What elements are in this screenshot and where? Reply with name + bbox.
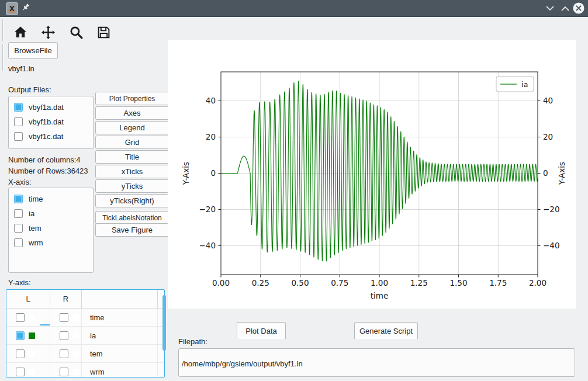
x-tick-label: 0.00 [212, 278, 230, 288]
yaxis-row-name: tem [90, 349, 103, 358]
prop-button-legend[interactable]: Legend [95, 121, 169, 134]
app-icon: X [6, 2, 18, 15]
yaxis-right-checkbox-wrm[interactable] [60, 368, 68, 376]
prop-button-title[interactable]: Title [95, 150, 169, 164]
yaxis-left-checkbox-wrm[interactable] [16, 368, 25, 376]
rows-info: Number of Rows:36423 [8, 167, 88, 175]
prop-button-plot-properties[interactable]: Plot Properties [95, 92, 169, 105]
yaxis-right-swatch-ia [72, 332, 79, 339]
yaxis-right-checkbox-time[interactable] [60, 313, 68, 322]
yaxis-right-swatch-time [72, 314, 79, 321]
yaxis-right-swatch-tem [72, 351, 79, 357]
yaxis-table-header: LR [6, 290, 164, 309]
pan-move-button[interactable] [40, 24, 56, 40]
xaxis-label: X-axis: [8, 178, 32, 186]
yaxis-left-swatch-wrm [29, 369, 35, 375]
current-cell-indicator [40, 324, 50, 325]
close-button[interactable] [572, 1, 586, 15]
zoom-magnifier-button[interactable] [68, 24, 84, 40]
home-button[interactable] [12, 24, 29, 40]
y-tick-label-right: 20 [543, 132, 553, 141]
output-file-checkbox-vbyf1a.dat[interactable] [14, 103, 23, 112]
prop-button-yticks[interactable]: yTicks [95, 179, 169, 193]
plot-data-button[interactable]: Plot Data [237, 322, 286, 339]
save-figure-toolbar-button[interactable] [95, 24, 112, 40]
legend-label: ia [521, 80, 528, 89]
y-tick-label-left: 0 [210, 168, 216, 178]
toolbar-drag-handle[interactable] [2, 19, 4, 41]
yaxis-header-R[interactable]: R [50, 290, 82, 308]
y-tick-label-right: 40 [543, 96, 553, 105]
yaxis-label: Y-axis: [8, 278, 31, 287]
filepath-input[interactable]: /home/mbp/gr/gsiem/output/vbyf1.in [178, 348, 575, 377]
yaxis-row-name: time [90, 313, 105, 322]
columns-info: Number of columns:4 [8, 155, 81, 164]
xaxis-option-label: ia [29, 209, 34, 218]
yaxis-table-scrollbar[interactable] [162, 295, 166, 351]
plot-svg[interactable]: 0.000.250.500.751.001.251.501.752.004040… [168, 40, 576, 309]
y-tick-label-left: 20 [206, 132, 216, 141]
yaxis-row-tem: tem [6, 345, 164, 363]
yaxis-left-checkbox-time[interactable] [16, 313, 25, 322]
y-tick-label-left: −20 [199, 205, 216, 214]
minimize-button[interactable] [544, 2, 556, 14]
yaxis-left-swatch-time [29, 314, 35, 321]
pin-icon[interactable] [21, 3, 31, 15]
x-tick-label: 1.75 [489, 278, 507, 288]
output-file-item-vbyf1b.dat[interactable]: vbyf1b.dat [9, 115, 93, 129]
figure-canvas[interactable]: 0.000.250.500.751.001.251.501.752.004040… [168, 40, 576, 309]
xaxis-option-item-time[interactable]: time [9, 192, 93, 206]
output-file-item-vbyf1a.dat[interactable]: vbyf1a.dat [9, 100, 93, 115]
browse-file-button[interactable]: BrowseFile [8, 42, 58, 59]
yaxis-left-swatch-tem [29, 351, 35, 357]
yaxis-right-checkbox-tem[interactable] [60, 349, 68, 358]
prop-button-axes[interactable]: Axes [95, 106, 169, 120]
prop-button-xticks[interactable]: xTicks [95, 165, 169, 178]
yaxis-right-swatch-wrm [72, 369, 79, 375]
yaxis-row-wrm: wrm [6, 363, 164, 377]
generate-script-button[interactable]: Generate Script [354, 322, 418, 339]
yaxis-left-checkbox-tem[interactable] [16, 349, 25, 358]
output-file-label: vbyf1b.dat [29, 117, 64, 126]
xaxis-option-item-tem[interactable]: tem [9, 221, 93, 235]
output-file-checkbox-vbyf1b.dat[interactable] [14, 117, 23, 126]
y-axis-title-left: Y-Axis [181, 162, 191, 185]
x-tick-label: 0.25 [252, 278, 269, 288]
y-tick-label-left: −40 [199, 241, 216, 250]
yaxis-right-checkbox-ia[interactable] [60, 331, 68, 340]
prop-button-ticklabelsnotation[interactable]: TickLabelsNotation [95, 211, 169, 224]
y-tick-label-right: −20 [543, 205, 560, 214]
xaxis-option-checkbox-tem[interactable] [14, 224, 23, 233]
application-window: X [0, 0, 588, 381]
generate-script-label: Generate Script [359, 327, 413, 335]
browse-toolbar-drag-handle[interactable] [2, 44, 4, 71]
yaxis-header-L[interactable]: L [6, 290, 50, 308]
output-files-label: Output Files: [8, 85, 51, 94]
yaxis-left-checkbox-ia[interactable] [16, 331, 25, 340]
xaxis-options-list: timeiatemwrm [8, 188, 94, 273]
yaxis-header-name[interactable] [82, 290, 158, 308]
prop-button-yticks-right-[interactable]: yTicks(Right) [95, 194, 169, 207]
prop-button-save-figure[interactable]: Save Figure [95, 223, 169, 237]
xaxis-option-label: wrm [29, 238, 43, 247]
xaxis-option-item-ia[interactable]: ia [9, 206, 93, 221]
titlebar[interactable]: X [0, 0, 588, 17]
y-tick-label-right: 0 [543, 168, 548, 178]
xaxis-option-item-wrm[interactable]: wrm [9, 235, 93, 250]
output-files-list: vbyf1a.datvbyf1b.datvbyf1c.dat [8, 96, 94, 149]
yaxis-left-swatch-ia [29, 332, 35, 339]
output-file-item-vbyf1c.dat[interactable]: vbyf1c.dat [9, 129, 93, 144]
xaxis-option-checkbox-wrm[interactable] [14, 238, 23, 247]
plot-data-label: Plot Data [245, 327, 276, 335]
yaxis-row-name: wrm [90, 368, 105, 376]
y-axis-title-right: Y-Axis [557, 162, 566, 185]
yaxis-row-name: ia [90, 331, 96, 340]
maximize-button[interactable] [559, 2, 571, 14]
filepath-value: /home/mbp/gr/gsiem/output/vbyf1.in [182, 359, 303, 368]
xaxis-option-checkbox-time[interactable] [14, 195, 23, 203]
output-file-checkbox-vbyf1c.dat[interactable] [14, 132, 23, 141]
xaxis-option-checkbox-ia[interactable] [14, 209, 23, 218]
x-axis-title: time [371, 291, 389, 300]
prop-button-grid[interactable]: Grid [95, 136, 169, 149]
current-file-label: vbyf1.in [8, 64, 34, 73]
